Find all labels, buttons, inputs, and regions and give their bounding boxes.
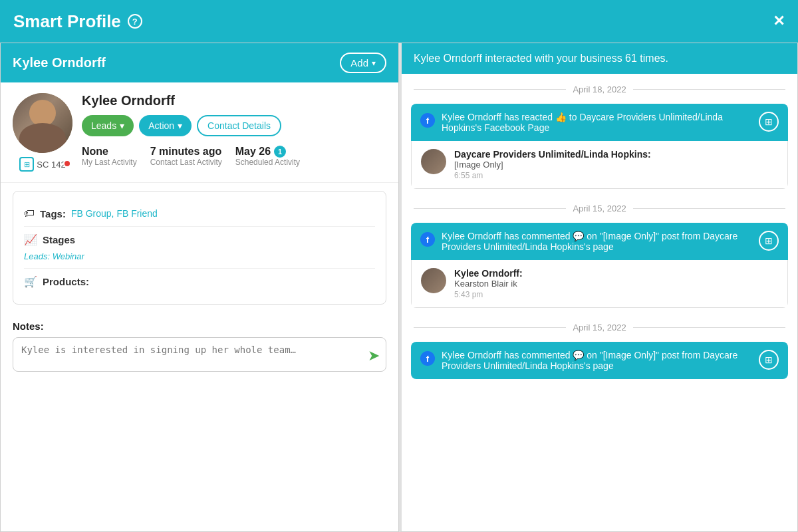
- action-button[interactable]: Action ▾: [139, 115, 192, 136]
- notes-label: Notes:: [13, 321, 386, 332]
- notes-section: Notes: ➤: [1, 313, 398, 386]
- date-divider: April 18, 2022: [402, 74, 797, 100]
- add-label: Add: [350, 57, 368, 68]
- date-text: April 15, 2022: [573, 323, 626, 332]
- activity-text: Kylee Orndorff has reacted 👍 to Daycare …: [442, 112, 752, 133]
- date-text: April 18, 2022: [573, 84, 626, 94]
- profile-section: ⊞ SC 142 Kylee Orndorff Leads ▾ Action ▾: [1, 82, 398, 183]
- date-text: April 15, 2022: [573, 203, 626, 213]
- date-line-left: [414, 327, 566, 328]
- activity-copy-button[interactable]: ⊞: [759, 112, 779, 132]
- last-activity-label: My Last Activity: [82, 158, 137, 167]
- products-row: 🛒 Products:: [24, 269, 375, 295]
- header-left: Smart Profile ?: [13, 11, 142, 32]
- activity-copy-button[interactable]: ⊞: [759, 231, 779, 251]
- tags-value[interactable]: FB Group, FB Friend: [71, 208, 158, 219]
- facebook-icon: f: [420, 351, 435, 366]
- products-label: Products:: [43, 276, 89, 287]
- date-line-left: [414, 89, 566, 90]
- profile-name: Kylee Orndorff: [82, 93, 386, 108]
- leads-label: Leads: [91, 120, 116, 131]
- avatar: [13, 93, 72, 153]
- contact-name-header: Kylee Orndorff: [13, 55, 106, 70]
- activity-copy-button[interactable]: ⊞: [759, 350, 779, 370]
- response-text: Kearston Blair ik: [454, 279, 778, 289]
- response-name: Kylee Orndorff:: [454, 268, 778, 279]
- activity-response: Daycare Providers Unlimited/Linda Hopkin…: [411, 141, 788, 189]
- activity-item: f Kylee Orndorff has reacted 👍 to Daycar…: [411, 104, 788, 189]
- activity-response: Kylee Orndorff: Kearston Blair ik 5:43 p…: [411, 260, 788, 308]
- stat-scheduled: May 26 1 Scheduled Activity: [235, 146, 300, 167]
- activity-header-left: f Kylee Orndorff has commented 💬 on "[Im…: [420, 350, 752, 371]
- notes-send-button[interactable]: ➤: [368, 347, 380, 364]
- notes-input[interactable]: [13, 337, 386, 372]
- response-name: Daycare Providers Unlimited/Linda Hopkin…: [454, 149, 778, 160]
- activity-item: f Kylee Orndorff has commented 💬 on "[Im…: [411, 342, 788, 379]
- send-icon: ➤: [368, 347, 380, 364]
- sc-value: SC 142: [37, 160, 65, 170]
- stages-row: 📈 Stages Leads: Webinar: [24, 227, 375, 269]
- date-line-left: [414, 208, 566, 209]
- left-panel: Kylee Orndorff Add ▾ ⊞ SC 142 Kylee Ornd…: [0, 43, 399, 532]
- activity-text: Kylee Orndorff has commented 💬 on "[Imag…: [442, 350, 752, 371]
- scheduled-value: May 26 1: [235, 146, 300, 158]
- activity-header-left: f Kylee Orndorff has reacted 👍 to Daycar…: [420, 112, 752, 133]
- activity-item: f Kylee Orndorff has commented 💬 on "[Im…: [411, 223, 788, 308]
- response-time: 6:55 am: [454, 171, 778, 180]
- tags-row: 🏷 Tags: FB Group, FB Friend: [24, 201, 375, 227]
- action-label: Action: [148, 120, 174, 131]
- stages-label: Stages: [43, 234, 75, 245]
- close-button[interactable]: ✕: [773, 13, 785, 30]
- app-title: Smart Profile: [13, 11, 121, 32]
- date-line-right: [633, 327, 785, 328]
- scheduled-label: Scheduled Activity: [235, 158, 300, 167]
- facebook-icon: f: [420, 113, 435, 128]
- response-time: 5:43 pm: [454, 290, 778, 299]
- tags-label: Tags:: [40, 208, 66, 219]
- activity-header: f Kylee Orndorff has commented 💬 on "[Im…: [411, 342, 788, 379]
- activity-feed: April 18, 2022 f Kylee Orndorff has reac…: [402, 74, 797, 379]
- sc-icon: ⊞: [19, 157, 34, 172]
- date-divider: April 15, 2022: [402, 312, 797, 338]
- last-activity-value: None: [82, 146, 137, 158]
- stat-last-activity: None My Last Activity: [82, 146, 137, 167]
- avatar-wrap: ⊞ SC 142: [13, 93, 72, 172]
- online-indicator: [63, 160, 71, 168]
- contact-details-label: Contact Details: [207, 120, 271, 131]
- response-text: [Image Only]: [454, 160, 778, 170]
- help-button[interactable]: ?: [128, 14, 142, 29]
- activity-header: f Kylee Orndorff has reacted 👍 to Daycar…: [411, 104, 788, 141]
- add-chevron-icon: ▾: [372, 59, 376, 68]
- leads-button[interactable]: Leads ▾: [82, 115, 134, 136]
- date-line-right: [633, 89, 785, 90]
- right-panel: Kylee Orndorff interacted with your busi…: [399, 43, 798, 532]
- interaction-text: Kylee Orndorff interacted with your busi…: [414, 53, 668, 64]
- stages-icon: 📈: [24, 233, 37, 246]
- facebook-icon: f: [420, 232, 435, 247]
- date-divider: April 15, 2022: [402, 193, 797, 219]
- avatar-image: [13, 93, 72, 153]
- profile-actions: Leads ▾ Action ▾ Contact Details: [82, 115, 386, 136]
- action-chevron-icon: ▾: [178, 120, 182, 131]
- notes-input-wrap: ➤: [13, 337, 386, 374]
- response-content: Daycare Providers Unlimited/Linda Hopkin…: [454, 149, 778, 180]
- add-button[interactable]: Add ▾: [340, 53, 386, 73]
- stages-sub-value[interactable]: Webinar: [53, 251, 84, 261]
- profile-info: Kylee Orndorff Leads ▾ Action ▾ Contact …: [82, 93, 386, 167]
- contact-details-button[interactable]: Contact Details: [197, 115, 281, 136]
- stats-row: None My Last Activity 7 minutes ago Cont…: [82, 146, 386, 167]
- tags-icon: 🏷: [24, 207, 35, 219]
- stat-contact-last: 7 minutes ago Contact Last Activity: [150, 146, 222, 167]
- stages-sub: Leads: Webinar: [24, 251, 84, 261]
- products-icon: 🛒: [24, 275, 37, 288]
- scheduled-badge: 1: [274, 146, 286, 158]
- response-avatar: [421, 268, 446, 293]
- contact-last-value: 7 minutes ago: [150, 146, 222, 158]
- response-avatar: [421, 149, 446, 174]
- info-block: 🏷 Tags: FB Group, FB Friend 📈 Stages Lea…: [13, 191, 386, 305]
- modal-header: Smart Profile ? ✕: [0, 0, 798, 43]
- activity-header-left: f Kylee Orndorff has commented 💬 on "[Im…: [420, 231, 752, 252]
- response-content: Kylee Orndorff: Kearston Blair ik 5:43 p…: [454, 268, 778, 299]
- leads-chevron-icon: ▾: [120, 120, 124, 131]
- right-panel-header: Kylee Orndorff interacted with your busi…: [402, 43, 797, 74]
